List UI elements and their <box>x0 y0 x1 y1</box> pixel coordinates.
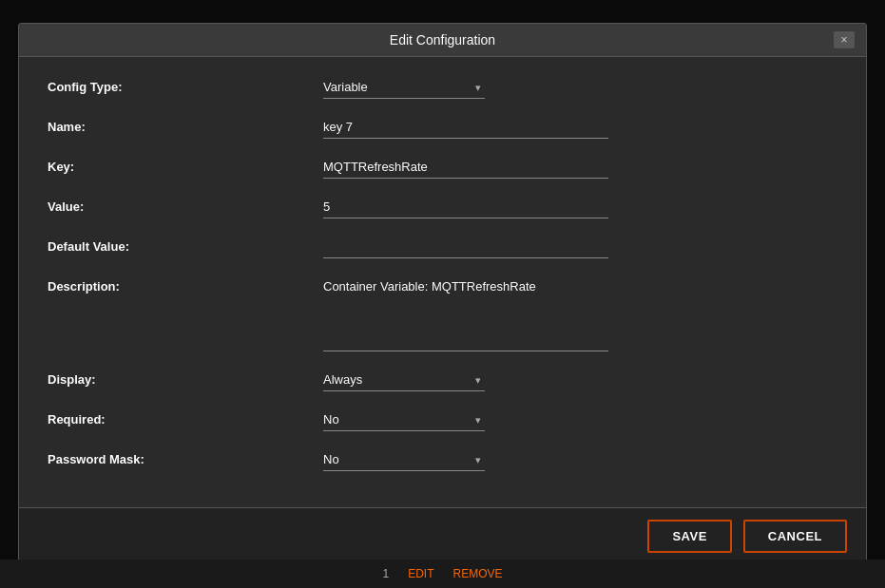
modal-title: Edit Configuration <box>51 32 834 47</box>
default-value-row: Default Value: <box>48 236 837 258</box>
password-mask-select[interactable]: No Yes <box>323 448 485 471</box>
modal-overlay: Edit Configuration × Config Type: Variab… <box>0 0 885 588</box>
name-row: Name: <box>48 116 837 139</box>
page-number: 1 <box>382 567 389 580</box>
value-label: Value: <box>48 196 323 214</box>
value-row: Value: <box>48 196 837 218</box>
name-label: Name: <box>48 116 323 134</box>
save-button[interactable]: SAVE <box>647 520 731 553</box>
close-button[interactable]: × <box>834 31 855 48</box>
key-control <box>323 156 627 179</box>
key-row: Key: <box>48 156 837 179</box>
key-label: Key: <box>48 156 323 174</box>
description-text: Container Variable: MQTTRefreshRate <box>323 275 608 351</box>
default-value-label: Default Value: <box>48 236 323 254</box>
password-mask-row: Password Mask: No Yes <box>48 448 837 471</box>
display-label: Display: <box>48 369 323 387</box>
required-row: Required: No Yes <box>48 408 837 431</box>
modal-header: Edit Configuration × <box>19 24 866 57</box>
display-select[interactable]: Always Never Advanced <box>323 369 485 391</box>
modal-body: Config Type: Variable Label Name: <box>19 57 866 507</box>
required-select-wrapper: No Yes <box>323 408 485 431</box>
name-input[interactable] <box>323 116 608 139</box>
config-type-label: Config Type: <box>48 76 323 94</box>
password-mask-label: Password Mask: <box>48 448 323 466</box>
value-input[interactable] <box>323 196 608 218</box>
bottom-bar: 1 EDIT REMOVE <box>0 560 885 588</box>
default-value-input[interactable] <box>323 236 608 258</box>
description-label: Description: <box>48 275 323 294</box>
modal-footer: SAVE CANCEL <box>19 507 866 564</box>
config-type-control: Variable Label <box>323 76 627 99</box>
display-row: Display: Always Never Advanced <box>48 369 837 391</box>
config-type-select-wrapper: Variable Label <box>323 76 485 99</box>
edit-link[interactable]: EDIT <box>408 567 433 580</box>
required-label: Required: <box>48 408 323 427</box>
required-control: No Yes <box>323 408 627 431</box>
default-value-control <box>323 236 627 258</box>
description-row: Description: Container Variable: MQTTRef… <box>48 275 837 351</box>
password-mask-control: No Yes <box>323 448 627 471</box>
required-select[interactable]: No Yes <box>323 408 485 431</box>
remove-link[interactable]: REMOVE <box>453 567 503 580</box>
cancel-button[interactable]: CANCEL <box>743 520 847 553</box>
password-mask-select-wrapper: No Yes <box>323 448 485 471</box>
key-input[interactable] <box>323 156 608 179</box>
name-control <box>323 116 627 139</box>
edit-configuration-modal: Edit Configuration × Config Type: Variab… <box>18 23 867 565</box>
config-type-select[interactable]: Variable Label <box>323 76 485 99</box>
display-select-wrapper: Always Never Advanced <box>323 369 485 391</box>
config-type-row: Config Type: Variable Label <box>48 76 837 99</box>
value-control <box>323 196 627 218</box>
display-control: Always Never Advanced <box>323 369 627 391</box>
description-control: Container Variable: MQTTRefreshRate <box>323 275 627 351</box>
